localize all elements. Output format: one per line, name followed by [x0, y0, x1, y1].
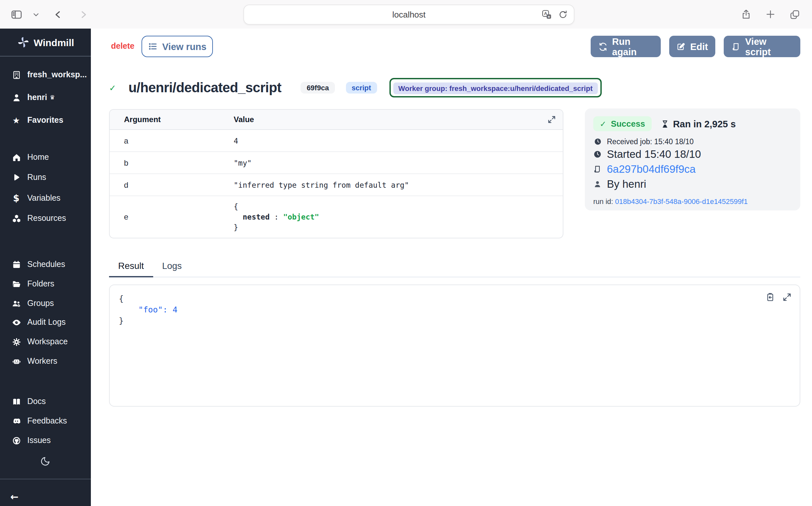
sidebar-item-resources[interactable]: Resources [0, 210, 91, 227]
tab-logs[interactable]: Logs [153, 260, 191, 276]
table-row: d "inferred type string from default arg… [110, 174, 563, 196]
main-content: delete View runs Run again [91, 28, 812, 506]
tab-overview-icon[interactable] [789, 9, 800, 20]
back-button-icon[interactable] [53, 9, 63, 19]
view-runs-label: View runs [162, 41, 206, 52]
arg-value: "my" [234, 158, 251, 167]
result-tabs: Result Logs [109, 260, 800, 277]
sidebar-item-user[interactable]: henri ♛ [0, 89, 91, 106]
clock-icon [594, 138, 602, 146]
sidebar-item-schedules[interactable]: Schedules [0, 256, 91, 273]
sidebar-item-audit-logs[interactable]: Audit Logs [0, 314, 91, 331]
new-tab-icon[interactable] [765, 9, 776, 19]
reload-icon[interactable] [558, 10, 568, 19]
run-id-row: run id: 018b4304-7b3f-548a-9006-d1e14525… [593, 197, 792, 205]
clock-icon [593, 150, 602, 159]
view-script-button[interactable]: View script [724, 36, 800, 57]
sidebar-item-issues[interactable]: Issues [0, 432, 91, 449]
column-header-value: Value [234, 115, 254, 124]
sidebar-item-workspace-settings[interactable]: Workspace [0, 333, 91, 350]
copy-result-icon[interactable] [765, 292, 775, 302]
theme-toggle[interactable] [0, 456, 91, 467]
sidebar-variables-label: Variables [27, 193, 60, 203]
arg-value: "inferred type string from default arg" [234, 180, 409, 189]
edit-label: Edit [690, 41, 708, 52]
worker-group-box: Worker group: fresh_workspace:u/henri/de… [389, 78, 602, 97]
share-icon[interactable] [741, 8, 752, 20]
expand-table-icon[interactable] [547, 115, 556, 124]
sidebar-folders-label: Folders [27, 279, 54, 288]
folder-open-icon [10, 279, 23, 289]
edit-pencil-icon [677, 42, 686, 51]
arg-name: d [110, 180, 234, 189]
job-id-link[interactable]: 6a297b04df69f9ca [607, 163, 696, 175]
edit-button[interactable]: Edit [669, 36, 715, 57]
received-job-label: Received job: 15:40 18/10 [607, 138, 694, 146]
forward-button-icon [79, 9, 88, 19]
sidebar-home-label: Home [27, 153, 49, 162]
sidebar-workspace-settings-label: Workspace [27, 337, 68, 346]
sidebar-item-groups[interactable]: Groups [0, 295, 91, 312]
sidebar-item-runs[interactable]: Runs [0, 169, 91, 186]
started-row: Started 15:40 18/10 [593, 148, 792, 160]
sidebar-item-variables[interactable]: $ Variables [0, 190, 91, 206]
sidebar-item-home[interactable]: Home [0, 149, 91, 166]
sidebar-toggle-icon[interactable] [10, 8, 23, 20]
duration-row: Ran in 2,925 s [661, 118, 736, 129]
run-id-link[interactable]: 018b4304-7b3f-548a-9006-d1e1452599f1 [615, 197, 748, 205]
moon-icon [40, 456, 50, 467]
gear-icon [10, 337, 23, 346]
windmill-logo[interactable]: Windmill [0, 28, 91, 57]
sidebar-item-folders[interactable]: Folders [0, 275, 91, 292]
column-header-argument: Argument [110, 115, 234, 124]
run-again-button[interactable]: Run again [591, 36, 661, 57]
sidebar-issues-label: Issues [27, 436, 50, 445]
sidebar-workers-label: Workers [27, 357, 58, 366]
delete-button[interactable]: delete [111, 41, 134, 51]
sidebar-audit-logs-label: Audit Logs [27, 318, 66, 327]
address-bar[interactable]: localhost A ★ [243, 5, 575, 25]
sidebar-resources-label: Resources [27, 214, 66, 223]
page-title: u/henri/dedicated_script [128, 80, 281, 95]
windmill-logo-icon [17, 36, 30, 49]
tab-result[interactable]: Result [109, 260, 153, 277]
script-hash-badge[interactable]: 69f9ca [301, 82, 335, 93]
star-icon: ★ [10, 115, 23, 125]
sidebar-schedules-label: Schedules [27, 260, 65, 269]
by-user-row: By henri [593, 178, 792, 190]
sidebar-favorites-label: Favorites [27, 115, 63, 125]
sidebar-item-feedbacks[interactable]: Feedbacks [0, 413, 91, 429]
view-runs-button[interactable]: View runs [141, 36, 213, 57]
collapse-sidebar-button[interactable]: ← [10, 491, 18, 503]
worker-group-badge[interactable]: Worker group: fresh_workspace:u/henri/de… [393, 83, 598, 94]
sidebar-groups-label: Groups [27, 299, 54, 308]
success-check-icon: ✓ [109, 83, 116, 93]
chevron-down-icon[interactable] [32, 11, 39, 18]
users-gear-icon [10, 299, 23, 308]
translate-icon[interactable]: A ★ [541, 9, 552, 20]
sidebar-item-docs[interactable]: Docs [0, 393, 91, 410]
windmill-logo-text: Windmill [34, 37, 74, 48]
home-icon [10, 152, 23, 162]
crown-icon: ♛ [49, 94, 55, 101]
boxes-icon [10, 214, 23, 223]
sidebar-docs-label: Docs [27, 397, 46, 406]
table-row: b "my" [110, 152, 563, 174]
script-kind-badge[interactable]: script [346, 82, 377, 93]
scroll-icon [731, 42, 741, 51]
sidebar-user-label: henri [27, 93, 47, 102]
sidebar-item-favorites[interactable]: ★ Favorites [0, 112, 91, 129]
result-panel: { "foo": 4 } [109, 284, 800, 407]
result-json-close: } [119, 315, 791, 326]
sidebar-item-workspace[interactable]: fresh_worksp... [0, 66, 91, 83]
script-title-row: ✓ u/henri/dedicated_script 69f9ca script… [109, 75, 602, 100]
arguments-table: Argument Value a 4 b "my" d "inferred ty… [109, 109, 564, 238]
arg-name: a [110, 136, 234, 145]
received-job-row: Received job: 15:40 18/10 [594, 138, 792, 146]
scroll-icon [593, 165, 602, 173]
result-json-body: "foo": 4 [119, 304, 791, 315]
sidebar-item-workers[interactable]: Workers [0, 353, 91, 369]
expand-result-icon[interactable] [782, 292, 792, 302]
sidebar-feedbacks-label: Feedbacks [27, 416, 67, 425]
svg-text:★: ★ [547, 15, 550, 18]
